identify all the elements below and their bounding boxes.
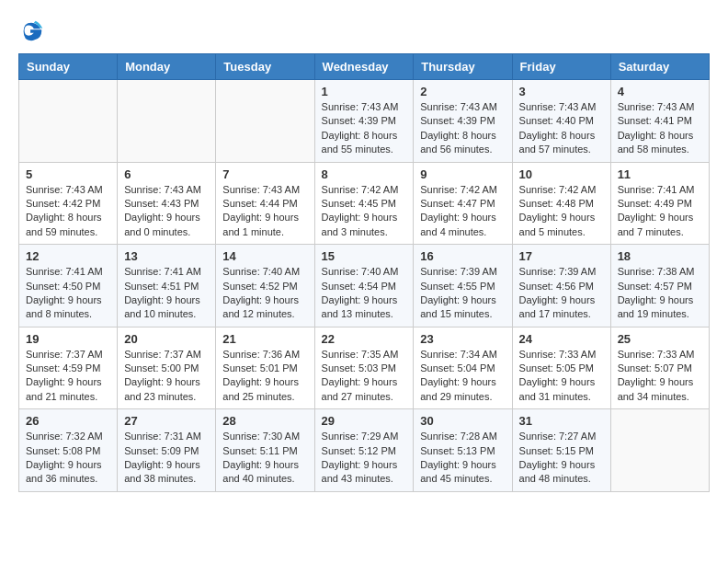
day-info: Sunrise: 7:32 AM Sunset: 5:08 PM Dayligh… <box>26 430 110 487</box>
day-info: Sunrise: 7:42 AM Sunset: 4:47 PM Dayligh… <box>420 183 505 240</box>
calendar-cell: 19Sunrise: 7:37 AM Sunset: 4:59 PM Dayli… <box>19 327 118 409</box>
day-number: 11 <box>618 167 702 181</box>
day-info: Sunrise: 7:43 AM Sunset: 4:39 PM Dayligh… <box>322 100 407 157</box>
day-info: Sunrise: 7:43 AM Sunset: 4:41 PM Dayligh… <box>618 100 702 157</box>
week-row-4: 19Sunrise: 7:37 AM Sunset: 4:59 PM Dayli… <box>19 327 710 409</box>
day-number: 4 <box>618 85 702 98</box>
week-row-3: 12Sunrise: 7:41 AM Sunset: 4:50 PM Dayli… <box>19 245 710 327</box>
day-info: Sunrise: 7:29 AM Sunset: 5:12 PM Dayligh… <box>322 430 407 487</box>
calendar-cell: 24Sunrise: 7:33 AM Sunset: 5:05 PM Dayli… <box>512 327 610 409</box>
day-number: 3 <box>519 85 604 98</box>
week-row-2: 5Sunrise: 7:43 AM Sunset: 4:42 PM Daylig… <box>19 162 710 245</box>
day-info: Sunrise: 7:39 AM Sunset: 4:55 PM Dayligh… <box>420 265 505 322</box>
day-info: Sunrise: 7:30 AM Sunset: 5:11 PM Dayligh… <box>222 430 307 487</box>
calendar-cell: 20Sunrise: 7:37 AM Sunset: 5:00 PM Dayli… <box>118 327 216 409</box>
day-number: 31 <box>519 414 604 428</box>
day-info: Sunrise: 7:39 AM Sunset: 4:56 PM Dayligh… <box>519 265 604 322</box>
day-info: Sunrise: 7:34 AM Sunset: 5:04 PM Dayligh… <box>420 348 505 405</box>
day-info: Sunrise: 7:28 AM Sunset: 5:13 PM Dayligh… <box>420 430 505 487</box>
week-row-5: 26Sunrise: 7:32 AM Sunset: 5:08 PM Dayli… <box>19 409 710 492</box>
day-number: 12 <box>26 249 110 263</box>
day-number: 21 <box>222 332 307 346</box>
day-number: 17 <box>519 249 604 263</box>
calendar-cell: 9Sunrise: 7:42 AM Sunset: 4:47 PM Daylig… <box>414 162 512 245</box>
day-number: 8 <box>322 167 407 181</box>
day-info: Sunrise: 7:43 AM Sunset: 4:39 PM Dayligh… <box>420 100 505 157</box>
calendar-cell <box>19 80 118 163</box>
calendar-cell: 29Sunrise: 7:29 AM Sunset: 5:12 PM Dayli… <box>314 409 414 492</box>
calendar-cell: 23Sunrise: 7:34 AM Sunset: 5:04 PM Dayli… <box>414 327 512 409</box>
calendar-cell: 28Sunrise: 7:30 AM Sunset: 5:11 PM Dayli… <box>216 409 314 492</box>
calendar-cell: 11Sunrise: 7:41 AM Sunset: 4:49 PM Dayli… <box>610 162 709 245</box>
calendar-cell: 5Sunrise: 7:43 AM Sunset: 4:42 PM Daylig… <box>19 162 118 245</box>
calendar-cell: 27Sunrise: 7:31 AM Sunset: 5:09 PM Dayli… <box>118 409 216 492</box>
day-number: 6 <box>124 167 209 181</box>
calendar-cell: 7Sunrise: 7:43 AM Sunset: 4:44 PM Daylig… <box>216 162 314 245</box>
day-number: 19 <box>26 332 110 346</box>
day-number: 7 <box>222 167 307 181</box>
calendar-cell: 2Sunrise: 7:43 AM Sunset: 4:39 PM Daylig… <box>414 80 512 163</box>
weekday-header-wednesday: Wednesday <box>314 54 414 80</box>
day-number: 5 <box>26 167 110 181</box>
calendar-table: SundayMondayTuesdayWednesdayThursdayFrid… <box>18 53 710 492</box>
day-info: Sunrise: 7:27 AM Sunset: 5:15 PM Dayligh… <box>519 430 604 487</box>
calendar-cell: 18Sunrise: 7:38 AM Sunset: 4:57 PM Dayli… <box>610 245 709 327</box>
calendar-cell: 15Sunrise: 7:40 AM Sunset: 4:54 PM Dayli… <box>314 245 414 327</box>
day-number: 28 <box>222 414 307 428</box>
day-number: 30 <box>420 414 505 428</box>
weekday-header-monday: Monday <box>118 54 216 80</box>
day-info: Sunrise: 7:40 AM Sunset: 4:52 PM Dayligh… <box>222 265 307 322</box>
calendar-cell: 17Sunrise: 7:39 AM Sunset: 4:56 PM Dayli… <box>512 245 610 327</box>
calendar-cell: 30Sunrise: 7:28 AM Sunset: 5:13 PM Dayli… <box>414 409 512 492</box>
day-info: Sunrise: 7:42 AM Sunset: 4:45 PM Dayligh… <box>322 183 407 240</box>
day-number: 1 <box>322 85 407 98</box>
day-info: Sunrise: 7:41 AM Sunset: 4:49 PM Dayligh… <box>618 183 702 240</box>
day-number: 27 <box>124 414 209 428</box>
calendar-cell: 22Sunrise: 7:35 AM Sunset: 5:03 PM Dayli… <box>314 327 414 409</box>
weekday-header-saturday: Saturday <box>610 54 709 80</box>
day-number: 14 <box>222 249 307 263</box>
day-info: Sunrise: 7:37 AM Sunset: 4:59 PM Dayligh… <box>26 348 110 405</box>
day-info: Sunrise: 7:43 AM Sunset: 4:44 PM Dayligh… <box>222 183 307 240</box>
day-info: Sunrise: 7:41 AM Sunset: 4:51 PM Dayligh… <box>124 265 209 322</box>
day-number: 10 <box>519 167 604 181</box>
calendar-cell: 1Sunrise: 7:43 AM Sunset: 4:39 PM Daylig… <box>314 80 414 163</box>
weekday-header-friday: Friday <box>512 54 610 80</box>
calendar-cell <box>216 80 314 163</box>
day-number: 25 <box>618 332 702 346</box>
calendar-cell: 6Sunrise: 7:43 AM Sunset: 4:43 PM Daylig… <box>118 162 216 245</box>
weekday-header-thursday: Thursday <box>414 54 512 80</box>
calendar-cell: 8Sunrise: 7:42 AM Sunset: 4:45 PM Daylig… <box>314 162 414 245</box>
day-info: Sunrise: 7:43 AM Sunset: 4:43 PM Dayligh… <box>124 183 209 240</box>
day-number: 22 <box>322 332 407 346</box>
weekday-header-tuesday: Tuesday <box>216 54 314 80</box>
calendar-cell <box>610 409 709 492</box>
calendar-cell: 12Sunrise: 7:41 AM Sunset: 4:50 PM Dayli… <box>19 245 118 327</box>
weekday-header-sunday: Sunday <box>19 54 118 80</box>
calendar-cell: 10Sunrise: 7:42 AM Sunset: 4:48 PM Dayli… <box>512 162 610 245</box>
day-info: Sunrise: 7:31 AM Sunset: 5:09 PM Dayligh… <box>124 430 209 487</box>
day-number: 26 <box>26 414 110 428</box>
day-number: 2 <box>420 85 505 98</box>
calendar-cell: 3Sunrise: 7:43 AM Sunset: 4:40 PM Daylig… <box>512 80 610 163</box>
calendar-cell: 26Sunrise: 7:32 AM Sunset: 5:08 PM Dayli… <box>19 409 118 492</box>
calendar-cell: 4Sunrise: 7:43 AM Sunset: 4:41 PM Daylig… <box>610 80 709 163</box>
calendar-cell: 16Sunrise: 7:39 AM Sunset: 4:55 PM Dayli… <box>414 245 512 327</box>
day-info: Sunrise: 7:40 AM Sunset: 4:54 PM Dayligh… <box>322 265 407 322</box>
day-number: 29 <box>322 414 407 428</box>
day-info: Sunrise: 7:33 AM Sunset: 5:05 PM Dayligh… <box>519 348 604 405</box>
calendar-cell: 21Sunrise: 7:36 AM Sunset: 5:01 PM Dayli… <box>216 327 314 409</box>
calendar-cell: 31Sunrise: 7:27 AM Sunset: 5:15 PM Dayli… <box>512 409 610 492</box>
weekday-header-row: SundayMondayTuesdayWednesdayThursdayFrid… <box>19 54 710 80</box>
logo <box>18 18 48 44</box>
day-number: 23 <box>420 332 505 346</box>
day-number: 16 <box>420 249 505 263</box>
calendar-cell: 13Sunrise: 7:41 AM Sunset: 4:51 PM Dayli… <box>118 245 216 327</box>
day-info: Sunrise: 7:41 AM Sunset: 4:50 PM Dayligh… <box>26 265 110 322</box>
day-number: 24 <box>519 332 604 346</box>
day-info: Sunrise: 7:36 AM Sunset: 5:01 PM Dayligh… <box>222 348 307 405</box>
day-info: Sunrise: 7:35 AM Sunset: 5:03 PM Dayligh… <box>322 348 407 405</box>
logo-icon <box>18 18 44 44</box>
day-info: Sunrise: 7:38 AM Sunset: 4:57 PM Dayligh… <box>618 265 702 322</box>
day-info: Sunrise: 7:33 AM Sunset: 5:07 PM Dayligh… <box>618 348 702 405</box>
